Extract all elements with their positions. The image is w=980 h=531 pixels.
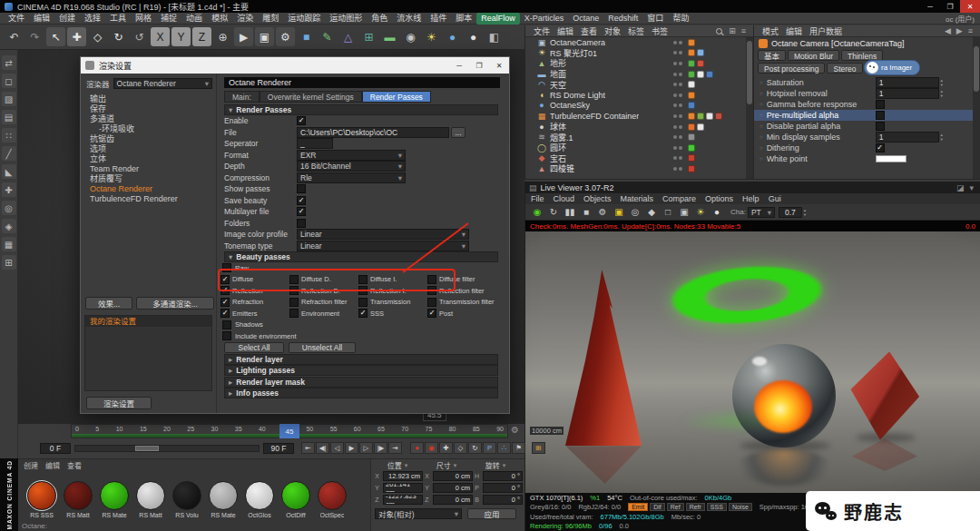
- visibility-dots[interactable]: [673, 125, 682, 129]
- keyframe-dot-icon[interactable]: ○: [760, 145, 763, 151]
- dialog-tab[interactable]: Render Passes: [362, 91, 431, 103]
- object-tags[interactable]: [686, 123, 750, 131]
- record-button[interactable]: ●: [410, 442, 424, 454]
- record-button[interactable]: ∴: [497, 442, 511, 454]
- object-manager-menu-item[interactable]: 书签: [648, 25, 671, 37]
- rotation-header[interactable]: 旋转: [471, 460, 520, 470]
- renderer-select[interactable]: Octane Renderer: [113, 78, 212, 89]
- material-preview-sphere[interactable]: [281, 481, 310, 510]
- settings-tree-item[interactable]: 选项: [81, 144, 216, 154]
- material-item[interactable]: RS Volu: [171, 481, 203, 518]
- visibility-dots[interactable]: [673, 73, 682, 76]
- pass-checkbox[interactable]: [427, 298, 436, 307]
- attribute-row[interactable]: ○ Gamma before response: [754, 99, 980, 110]
- toolbar-icon[interactable]: ▶: [234, 27, 253, 46]
- pass-checkbox[interactable]: [289, 298, 299, 307]
- timeline-playhead[interactable]: 45: [279, 424, 299, 438]
- material-preview-sphere[interactable]: [209, 481, 238, 510]
- position-input[interactable]: 12.923 cm: [383, 471, 423, 481]
- mode-icon[interactable]: ⇄: [2, 55, 16, 70]
- attribute-checkbox[interactable]: [876, 122, 885, 131]
- settings-tree-item[interactable]: 输出: [81, 94, 216, 104]
- spinner-arrows-icon[interactable]: [940, 78, 944, 87]
- mode-icon[interactable]: ◻: [2, 74, 16, 88]
- attribute-row[interactable]: ○ Pre-multiplied alpha: [754, 110, 980, 121]
- toolbar-icon[interactable]: ◧: [485, 27, 504, 46]
- section-render-passes[interactable]: Render Passes: [224, 104, 498, 115]
- toolbar-icon[interactable]: ●: [464, 27, 483, 46]
- material-item[interactable]: RS Mate: [207, 481, 240, 518]
- list-icon[interactable]: ≡: [739, 26, 749, 35]
- live-viewer-tool-icon[interactable]: ◎: [628, 205, 642, 220]
- spinner-arrows-icon[interactable]: [940, 89, 944, 98]
- dock-icon[interactable]: ◪: [954, 183, 967, 192]
- record-button[interactable]: ✚: [439, 442, 453, 454]
- live-viewer-menu-item[interactable]: Cloud: [554, 194, 575, 203]
- attribute-menu-item[interactable]: 用户数据: [806, 25, 846, 37]
- collapsed-section[interactable]: Lighting passes: [224, 365, 498, 376]
- material-preview-sphere[interactable]: [100, 481, 129, 510]
- live-viewer-menu-item[interactable]: Help: [742, 194, 760, 203]
- object-tags[interactable]: [686, 154, 750, 162]
- toolbar-icon[interactable]: ▣: [255, 27, 274, 46]
- object-name[interactable]: RS Dome Light: [550, 91, 605, 100]
- record-button[interactable]: ↻: [468, 442, 482, 454]
- object-name[interactable]: OctaneCamera: [550, 38, 605, 47]
- preset-item[interactable]: 我的渲染设置: [85, 316, 211, 327]
- attribute-row[interactable]: ○ Hotpixel removal 1: [754, 88, 980, 99]
- pass-checkbox[interactable]: [220, 298, 230, 307]
- compression-select[interactable]: Rle: [297, 172, 406, 183]
- material-item[interactable]: OctSpec: [316, 481, 348, 518]
- render-pass-chip[interactable]: Ref: [667, 503, 684, 511]
- transport-button[interactable]: ◁: [330, 442, 344, 454]
- size-input[interactable]: 0 cm: [433, 483, 473, 493]
- menu-item[interactable]: Redshift: [603, 13, 642, 25]
- attribute-row[interactable]: ○ Min display samples 1: [754, 132, 980, 143]
- pass-checkbox[interactable]: [427, 309, 436, 318]
- layout-preset-select[interactable]: oc (用户): [946, 14, 975, 24]
- live-viewer-tool-icon[interactable]: ●: [710, 205, 724, 220]
- attribute-checkbox[interactable]: [876, 100, 885, 109]
- render-pass-chip[interactable]: Refr: [686, 503, 705, 511]
- live-viewer-menu-item[interactable]: Compare: [662, 194, 696, 203]
- material-preview-sphere[interactable]: [172, 481, 201, 510]
- menu-item[interactable]: 网格: [131, 13, 156, 25]
- live-viewer-titlebar[interactable]: ▤ Live Viewer 3.07-R2 ◪ ▾: [525, 182, 980, 193]
- size-header[interactable]: 尺寸: [422, 460, 471, 470]
- visibility-dots[interactable]: [673, 156, 682, 160]
- live-viewer-tool-icon[interactable]: ↻: [546, 205, 561, 220]
- start-frame-input[interactable]: 0 F: [40, 443, 71, 454]
- object-name[interactable]: 天空: [550, 79, 566, 91]
- panel-options-icon[interactable]: ▾: [966, 183, 976, 192]
- live-viewer-tool-icon[interactable]: ◉: [530, 205, 544, 220]
- shadows-checkbox[interactable]: [222, 320, 231, 329]
- rotation-input[interactable]: 0 °: [483, 471, 523, 481]
- settings-tree-item[interactable]: -环境吸收: [81, 124, 216, 134]
- visibility-dots[interactable]: [673, 62, 682, 65]
- menu-item[interactable]: Octane: [568, 13, 603, 25]
- object-row[interactable]: ▲ 四棱锥: [525, 163, 753, 174]
- menu-item[interactable]: 工具: [105, 13, 131, 25]
- gamma-spinner-icon[interactable]: [803, 208, 807, 217]
- menu-item[interactable]: 选择: [80, 13, 105, 25]
- menu-item[interactable]: 模拟: [207, 13, 232, 25]
- transport-button[interactable]: ⇤: [301, 442, 315, 454]
- mode-icon[interactable]: ∷: [2, 128, 16, 143]
- save-beauty-checkbox[interactable]: [297, 196, 306, 205]
- keyframe-dot-icon[interactable]: ○: [760, 156, 763, 162]
- material-item[interactable]: RS Matt: [62, 481, 94, 518]
- attribute-tab[interactable]: Post processing: [758, 63, 825, 74]
- object-row[interactable]: ▲ 地形: [525, 58, 753, 69]
- live-viewer-menu-item[interactable]: Objects: [583, 194, 612, 203]
- object-tags[interactable]: [686, 165, 750, 172]
- transport-button[interactable]: |▶: [374, 442, 387, 454]
- toolbar-icon[interactable]: ↖: [46, 27, 65, 46]
- toolbar-icon[interactable]: ↻: [109, 27, 128, 46]
- layout-grid-icon[interactable]: ⊞: [532, 442, 545, 454]
- object-row[interactable]: ☀ RS 聚光灯01: [525, 48, 753, 59]
- color-swatch[interactable]: [876, 155, 906, 162]
- object-tags[interactable]: [686, 102, 750, 109]
- dialog-maximize-button[interactable]: ❐: [469, 59, 489, 72]
- dialog-tab[interactable]: Main:: [224, 91, 260, 103]
- material-item[interactable]: OctDiff: [279, 481, 312, 518]
